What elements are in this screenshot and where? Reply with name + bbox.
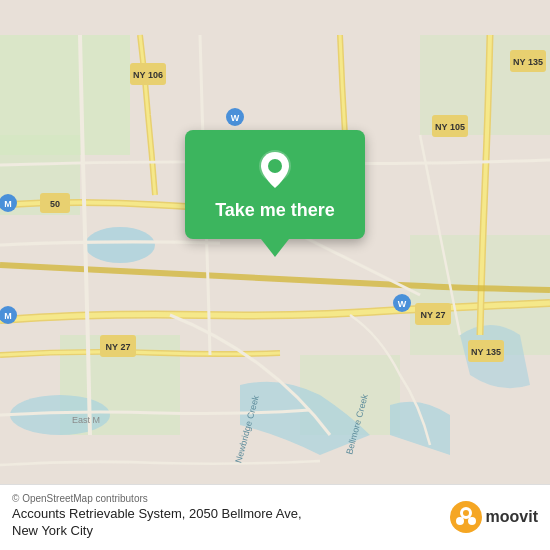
svg-text:NY 105: NY 105 (435, 122, 465, 132)
svg-text:M: M (4, 311, 12, 321)
svg-text:50: 50 (50, 199, 60, 209)
svg-text:W: W (231, 113, 240, 123)
svg-text:M: M (4, 199, 12, 209)
bottom-bar-left: © OpenStreetMap contributors Accounts Re… (12, 493, 302, 540)
svg-text:NY 135: NY 135 (513, 57, 543, 67)
take-me-there-label: Take me there (215, 200, 335, 221)
svg-text:NY 135: NY 135 (471, 347, 501, 357)
map-container: NY 106 50 NY 105 NY 135 NY 135 NY 27 NY … (0, 0, 550, 550)
address-text: Accounts Retrievable System, 2050 Bellmo… (12, 506, 302, 540)
address-line1: Accounts Retrievable System, 2050 Bellmo… (12, 506, 302, 521)
svg-point-38 (468, 517, 476, 525)
svg-point-35 (268, 159, 282, 173)
svg-text:East M: East M (72, 415, 100, 425)
address-line2: New York City (12, 523, 93, 538)
svg-point-37 (456, 517, 464, 525)
take-me-there-popup[interactable]: Take me there (185, 130, 365, 257)
popup-triangle (261, 239, 289, 257)
popup-box[interactable]: Take me there (185, 130, 365, 239)
bottom-bar: © OpenStreetMap contributors Accounts Re… (0, 484, 550, 550)
moovit-logo[interactable]: moovit (450, 501, 538, 533)
svg-point-40 (463, 510, 469, 516)
moovit-text: moovit (486, 508, 538, 526)
svg-text:NY 106: NY 106 (133, 70, 163, 80)
location-pin-icon (253, 148, 297, 192)
svg-text:W: W (398, 299, 407, 309)
copyright-text: © OpenStreetMap contributors (12, 493, 302, 504)
svg-point-7 (85, 227, 155, 263)
moovit-brand-icon (450, 501, 482, 533)
svg-text:NY 27: NY 27 (421, 310, 446, 320)
map-background: NY 106 50 NY 105 NY 135 NY 135 NY 27 NY … (0, 0, 550, 550)
svg-text:NY 27: NY 27 (106, 342, 131, 352)
